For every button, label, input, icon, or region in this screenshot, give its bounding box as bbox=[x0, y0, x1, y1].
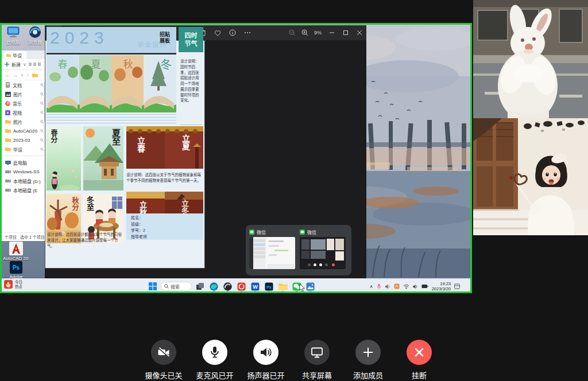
taskbar-red-app[interactable] bbox=[236, 280, 247, 293]
desktop-icon-browser[interactable]: 浏览器 bbox=[25, 26, 45, 45]
speaker-button[interactable]: 扬声器已开 bbox=[246, 340, 286, 380]
close-button[interactable] bbox=[353, 25, 366, 40]
poster-note-right: 设计说明：因时节四季，这四张招贴设计用同一个场地展示四季更替时环境的变化。 bbox=[180, 59, 202, 103]
photoshop-icon: Ps bbox=[265, 282, 273, 291]
pin-icon bbox=[40, 129, 44, 133]
battery-icon[interactable] bbox=[421, 284, 428, 289]
microphone-button[interactable]: 麦克风已开 bbox=[195, 340, 235, 380]
sidebar-divider bbox=[4, 155, 44, 156]
wechat-preview-call-window[interactable]: 微信 bbox=[300, 228, 346, 272]
mouse-cursor bbox=[299, 284, 305, 292]
zoom-in-icon[interactable] bbox=[301, 29, 308, 36]
sidebar-item-disk-e[interactable]: 本地磁盘 (E bbox=[2, 185, 47, 195]
wechat-call-thumbnail[interactable] bbox=[300, 237, 346, 269]
tray-mic-icon[interactable] bbox=[377, 283, 381, 289]
add-member-button[interactable]: 添加成员 bbox=[348, 340, 388, 380]
share-screen-button[interactable]: 共享屏幕 bbox=[297, 340, 337, 380]
sidebar-item-windows-ssd[interactable]: Windows-SS bbox=[2, 167, 47, 176]
minimize-button[interactable] bbox=[325, 25, 339, 40]
folder-icon bbox=[5, 147, 11, 151]
taskbar-photoshop[interactable]: Ps bbox=[264, 280, 274, 293]
explorer-sidebar: 文档 图片 音乐 视频 bbox=[2, 80, 47, 195]
wifi-icon[interactable] bbox=[403, 284, 409, 289]
tray-speaker-icon[interactable] bbox=[385, 284, 390, 289]
more-icon[interactable] bbox=[244, 32, 251, 34]
sidebar-item-pictures[interactable]: 图片 bbox=[2, 90, 47, 99]
screen-share-icon bbox=[311, 347, 323, 358]
pin-icon bbox=[40, 147, 44, 151]
zoom-level[interactable]: 9% bbox=[314, 30, 322, 36]
start-button[interactable] bbox=[147, 280, 158, 293]
up-icon[interactable]: ↑ bbox=[26, 72, 29, 78]
favorite-icon[interactable] bbox=[214, 30, 221, 36]
svg-text:秋: 秋 bbox=[123, 59, 133, 70]
desktop-icon-label: 此电脑 bbox=[3, 39, 24, 45]
photos-app-icon bbox=[306, 282, 315, 291]
sidebar-item-videos[interactable]: 视频 bbox=[2, 108, 47, 117]
address-folder-icon[interactable] bbox=[32, 73, 38, 77]
sidebar-item-music[interactable]: 音乐 bbox=[2, 99, 47, 108]
back-icon[interactable]: ← bbox=[5, 72, 10, 78]
task-view-button[interactable] bbox=[195, 280, 206, 293]
chevron-up-icon[interactable]: ∧ bbox=[370, 284, 373, 289]
poster-note-mid: 设计说明：这四张以关于节气的植物景象和每个季节不同的植物来表现每个节气的第一天。 bbox=[126, 172, 203, 184]
folder-icon bbox=[5, 138, 11, 142]
child-in-dress-scene bbox=[473, 118, 588, 235]
sidebar-item-documents[interactable]: 文档 bbox=[2, 80, 47, 90]
windows-taskbar: 今日 热点 搜索 bbox=[2, 278, 470, 293]
volume-icon[interactable] bbox=[413, 284, 418, 289]
camera-button[interactable]: 摄像头已关 bbox=[144, 340, 184, 380]
history-chevron-icon[interactable]: ∨ bbox=[21, 73, 24, 77]
folder-icon bbox=[5, 129, 11, 133]
new-dropdown-chevron[interactable]: ∨ bbox=[23, 62, 26, 67]
hang-up-button[interactable]: 挂断 bbox=[399, 340, 439, 380]
taskbar-edge[interactable] bbox=[208, 280, 219, 293]
sidebar-item-2023-03-folder[interactable]: 2023-03 bbox=[2, 135, 47, 145]
explorer-status-bar: 个项目 选中 1 个项目 bbox=[2, 232, 47, 241]
sidebar-item-disk-d[interactable]: 本地磁盘 (D:) bbox=[2, 176, 47, 185]
search-icon bbox=[164, 284, 169, 289]
taskbar-dark-browser[interactable] bbox=[222, 280, 233, 293]
taskbar-photos[interactable] bbox=[305, 280, 316, 293]
explorer-nav-row: ← → ∨ ↑ bbox=[2, 70, 47, 80]
taskbar-search[interactable]: 搜索 bbox=[161, 282, 192, 291]
desktop-icon-photoshop[interactable]: Ps Adobe bbox=[3, 261, 29, 279]
sidebar-item-this-pc[interactable]: 此电脑 bbox=[2, 158, 47, 167]
taskbar-word[interactable]: W bbox=[250, 280, 261, 293]
poster-wave-decoration bbox=[47, 114, 176, 123]
desktop-icon-autocad[interactable]: AutoCAD 2019 bbox=[3, 242, 29, 261]
sidebar-item-autocad-folder[interactable]: AutoCAD20 bbox=[2, 126, 47, 135]
task-view-icon bbox=[196, 283, 204, 290]
participant-video-rabbit[interactable] bbox=[473, 0, 588, 118]
explorer-tab[interactable]: 毕设 bbox=[4, 51, 26, 59]
new-button[interactable]: 新建 bbox=[11, 61, 21, 68]
participant-video-child[interactable] bbox=[473, 118, 588, 235]
poster-header: 2023 毕业设计 招贴展板 bbox=[47, 40, 176, 52]
forward-icon[interactable]: → bbox=[13, 72, 18, 78]
taskbar-file-explorer[interactable] bbox=[277, 280, 288, 293]
sidebar-item-photos-folder[interactable]: 照片 bbox=[2, 117, 47, 126]
poster-tile-xiazhi: 夏至 bbox=[83, 126, 123, 190]
poster-tile-chunfen: 春分 bbox=[47, 126, 81, 190]
autocad-icon bbox=[9, 242, 23, 255]
zoom-out-icon[interactable] bbox=[289, 29, 296, 36]
info-icon[interactable] bbox=[229, 29, 236, 36]
pin-icon bbox=[40, 111, 44, 114]
taskbar-clock[interactable]: 19:23 2023/3/20 bbox=[432, 281, 451, 291]
maximize-button[interactable] bbox=[339, 25, 353, 40]
clipboard-icons[interactable] bbox=[29, 62, 41, 67]
desktop-icon-this-pc[interactable]: 此电脑 bbox=[3, 26, 24, 45]
drive-icon bbox=[5, 188, 11, 192]
file-explorer-icon bbox=[278, 283, 288, 290]
sidebar-item-bishe-folder[interactable]: 毕设 bbox=[2, 145, 47, 154]
pin-icon bbox=[40, 102, 44, 105]
wechat-preview-main-window[interactable]: 微信 bbox=[249, 228, 295, 272]
music-icon bbox=[5, 101, 10, 106]
tray-orange-app-icon[interactable] bbox=[394, 283, 400, 289]
wechat-chat-thumbnail[interactable] bbox=[249, 237, 295, 269]
notification-icon[interactable] bbox=[454, 283, 460, 289]
system-tray: ∧ 19:23 2023/3/20 bbox=[370, 279, 460, 293]
widgets-button[interactable]: 今日 热点 bbox=[4, 280, 22, 289]
video-call-window: { "call": { "controls": [ {"label": "摄像头… bbox=[0, 0, 588, 381]
pc-icon bbox=[5, 160, 11, 165]
